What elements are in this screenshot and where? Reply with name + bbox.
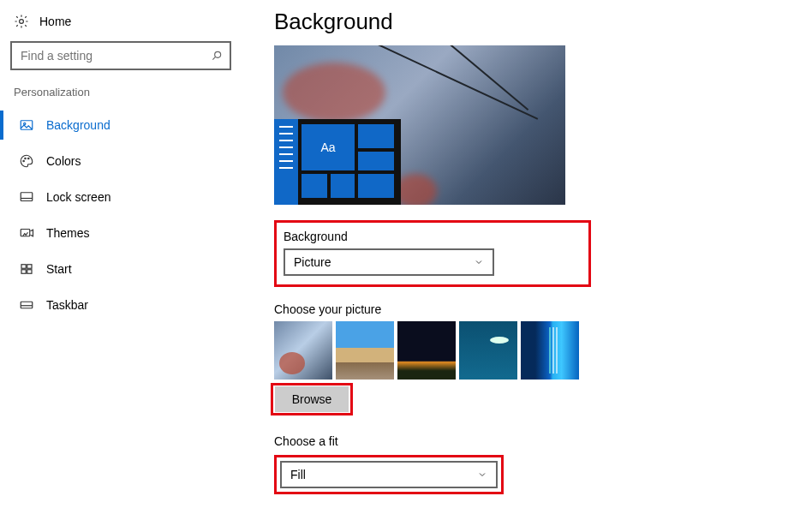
- svg-rect-11: [21, 270, 26, 274]
- sidebar-item-label: Lock screen: [46, 190, 110, 204]
- svg-rect-9: [21, 265, 26, 269]
- fit-dropdown[interactable]: Fill: [280, 461, 498, 488]
- sidebar-item-label: Themes: [46, 226, 90, 240]
- main-content: Background Aa Background Picture Choose …: [240, 9, 806, 494]
- svg-rect-7: [21, 193, 33, 201]
- picture-thumbnails: [274, 321, 806, 380]
- home-label: Home: [39, 15, 71, 28]
- gear-icon: [14, 14, 29, 29]
- fit-dropdown-value: Fill: [290, 468, 306, 481]
- background-dropdown-value: Picture: [294, 255, 331, 269]
- lockscreen-icon: [19, 189, 34, 205]
- image-icon: [19, 117, 34, 133]
- palette-icon: [19, 153, 34, 169]
- home-link[interactable]: Home: [10, 9, 240, 38]
- sidebar-item-taskbar[interactable]: Taskbar: [10, 287, 240, 323]
- chevron-down-icon: [477, 469, 487, 480]
- svg-rect-13: [21, 302, 33, 308]
- background-dropdown-label: Background: [284, 230, 582, 243]
- background-dropdown[interactable]: Picture: [284, 248, 494, 276]
- picture-thumbnail[interactable]: [397, 321, 456, 380]
- picture-thumbnail[interactable]: [521, 321, 579, 380]
- desktop-preview: Aa: [274, 45, 565, 205]
- preview-tile-aa: Aa: [302, 124, 355, 170]
- picture-thumbnail[interactable]: [336, 321, 394, 380]
- picture-thumbnail[interactable]: [459, 321, 517, 380]
- highlight-background-dropdown: Background Picture: [274, 220, 591, 287]
- choose-fit-label: Choose a fit: [274, 434, 806, 448]
- choose-picture-label: Choose your picture: [274, 302, 806, 316]
- svg-point-6: [28, 158, 30, 159]
- sidebar-item-lockscreen[interactable]: Lock screen: [10, 179, 240, 215]
- start-icon: [19, 261, 34, 277]
- sidebar-item-label: Background: [46, 118, 110, 132]
- sidebar-item-label: Start: [46, 262, 72, 276]
- highlight-fit-dropdown: Fill: [274, 455, 504, 494]
- svg-point-4: [23, 160, 25, 162]
- sidebar-item-background[interactable]: Background: [10, 107, 240, 143]
- sidebar-item-start[interactable]: Start: [10, 251, 240, 287]
- svg-rect-12: [27, 270, 32, 274]
- svg-point-0: [20, 20, 24, 24]
- page-title: Background: [274, 9, 806, 35]
- sidebar-item-colors[interactable]: Colors: [10, 143, 240, 179]
- themes-icon: [19, 225, 34, 241]
- browse-button[interactable]: Browse: [275, 386, 349, 412]
- svg-rect-8: [21, 230, 30, 236]
- svg-point-1: [215, 51, 221, 57]
- svg-rect-10: [27, 265, 32, 269]
- chevron-down-icon: [474, 257, 484, 267]
- svg-point-5: [25, 158, 27, 159]
- search-box[interactable]: [10, 41, 231, 70]
- section-label-personalization: Personalization: [10, 86, 240, 107]
- sidebar-item-label: Taskbar: [46, 298, 88, 312]
- sidebar-item-themes[interactable]: Themes: [10, 215, 240, 251]
- highlight-browse-button: Browse: [271, 383, 353, 415]
- search-icon: [211, 50, 223, 62]
- taskbar-icon: [19, 297, 34, 313]
- sidebar: Home Personalization Background Colors: [0, 9, 240, 494]
- sidebar-item-label: Colors: [46, 154, 81, 168]
- search-input[interactable]: [19, 48, 211, 63]
- picture-thumbnail[interactable]: [274, 321, 332, 380]
